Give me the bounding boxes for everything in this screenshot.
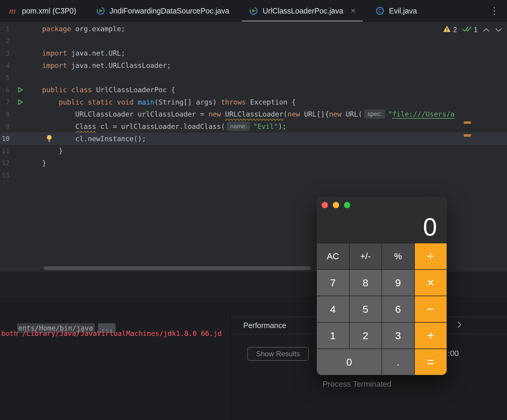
tab-label: pom.xml (C3P0): [22, 7, 76, 15]
editor-tab[interactable]: UrlClassLoaderPoc.java×: [241, 0, 364, 22]
calc-button-8[interactable]: 8: [350, 270, 382, 296]
calc-button-%[interactable]: %: [382, 243, 414, 269]
chevron-down-icon[interactable]: [495, 26, 502, 34]
calculator-window[interactable]: 0 AC+/-%÷789×456−123+0.=: [317, 197, 447, 375]
code-line[interactable]: 7 public static void main(String[] args)…: [0, 96, 507, 108]
code-line[interactable]: 8 URLClassLoader urlClassLoader = new UR…: [0, 108, 507, 120]
double-check-icon: [462, 26, 472, 34]
calc-button-4[interactable]: 4: [317, 296, 349, 322]
intention-bulb-icon[interactable]: [46, 134, 53, 144]
svg-text:m: m: [9, 6, 16, 15]
tab-label: UrlClassLoaderPoc.java: [263, 7, 343, 15]
code-line[interactable]: 10 cl.newInstance();: [0, 132, 507, 145]
code-line[interactable]: 13: [0, 169, 507, 181]
code-text: package org.example;: [42, 25, 125, 33]
calc-button-−[interactable]: −: [415, 296, 447, 322]
code-line[interactable]: 5: [0, 72, 507, 84]
calc-button-×[interactable]: ×: [415, 270, 447, 296]
error-stripe-mark[interactable]: [464, 121, 471, 124]
java-class-icon: C: [375, 6, 384, 15]
line-number: 11: [0, 147, 10, 155]
inspections-widget[interactable]: 2 1: [443, 25, 502, 34]
code-text: }: [42, 147, 63, 155]
line-number: 5: [0, 74, 10, 81]
line-number: 3: [0, 50, 10, 57]
close-tab-icon[interactable]: ×: [351, 7, 356, 15]
line-number: 6: [0, 86, 10, 94]
warnings-count: 2: [453, 26, 457, 34]
line-number: 2: [0, 37, 10, 45]
calc-button-+[interactable]: +: [415, 323, 447, 348]
code-line[interactable]: 12}: [0, 157, 507, 169]
warnings-indicator[interactable]: 2: [443, 25, 457, 34]
inlay-hint: spec:: [364, 109, 385, 119]
code-line[interactable]: 9 Class cl = urlClassLoader.loadClass(na…: [0, 120, 507, 133]
code-line[interactable]: 4import java.net.URLClassLoader;: [0, 59, 507, 72]
line-number: 8: [0, 111, 10, 118]
console-error-line: both /Library/Java/JavaVirtualMachines/j…: [1, 330, 229, 337]
calculator-display: 0: [323, 213, 437, 241]
minimize-window-button[interactable]: [333, 202, 339, 208]
passed-count: 1: [474, 26, 478, 34]
code-text: import java.net.URL;: [42, 49, 125, 57]
calc-button-6[interactable]: 6: [382, 296, 414, 322]
editor-tab[interactable]: mpom.xml (C3P0): [0, 0, 85, 22]
run-gutter-icon[interactable]: [16, 98, 24, 106]
tab-label: Evil.java: [389, 7, 417, 15]
java-run-class-icon: [96, 6, 105, 15]
calc-button-0[interactable]: 0: [317, 349, 381, 375]
line-number: 10: [0, 135, 10, 142]
passed-indicator[interactable]: 1: [462, 26, 478, 34]
calc-button-÷[interactable]: ÷: [415, 243, 447, 269]
editor-tab[interactable]: JndiForwardingDataSourcePoc.java: [88, 0, 238, 22]
code-line[interactable]: 1package org.example;: [0, 23, 507, 35]
line-number: 12: [0, 159, 10, 167]
calc-button-5[interactable]: 5: [350, 296, 382, 322]
calc-button-=[interactable]: =: [415, 349, 447, 375]
code-line[interactable]: 6public class UrlClassLoaderPoc {: [0, 84, 507, 96]
inlay-hint: name:: [227, 122, 250, 131]
chevron-right-icon[interactable]: [457, 321, 462, 330]
editor-tab-bar: mpom.xml (C3P0)JndiForwardingDataSourceP…: [0, 0, 507, 22]
calc-button-.[interactable]: .: [382, 349, 414, 375]
svg-text:C: C: [378, 8, 382, 14]
code-line[interactable]: 3import java.net.URL;: [0, 47, 507, 59]
performance-section-title[interactable]: Performance: [243, 321, 286, 330]
close-window-button[interactable]: [322, 202, 328, 208]
calc-button-2[interactable]: 2: [350, 323, 382, 348]
code-text: URLClassLoader urlClassLoader = new URLC…: [42, 110, 455, 119]
show-results-button[interactable]: Show Results: [247, 347, 309, 361]
tab-options-kebab-icon[interactable]: ⋮: [482, 5, 507, 17]
error-stripe-mark[interactable]: [464, 134, 471, 137]
line-number: 7: [0, 98, 10, 106]
code-text: Class cl = urlClassLoader.loadClass(name…: [42, 122, 287, 131]
horizontal-scrollbar-thumb[interactable]: [44, 266, 311, 270]
zoom-window-button[interactable]: [344, 202, 350, 208]
calc-button-7[interactable]: 7: [317, 270, 349, 296]
code-text: cl.newInstance();: [42, 135, 146, 143]
calc-button-3[interactable]: 3: [382, 323, 414, 348]
editor-tab[interactable]: CEvil.java: [367, 0, 425, 22]
calculator-keypad: AC+/-%÷789×456−123+0.=: [317, 243, 447, 375]
warning-icon: [443, 25, 451, 34]
java-run-class-icon: [249, 6, 258, 15]
gutter-slot: [10, 86, 42, 94]
run-gutter-icon[interactable]: [16, 86, 24, 94]
calc-button-AC[interactable]: AC: [317, 243, 349, 269]
code-text: }: [42, 159, 46, 167]
calc-button-9[interactable]: 9: [382, 270, 414, 296]
line-number: 9: [0, 123, 10, 130]
chevron-up-icon[interactable]: [483, 26, 490, 34]
code-text: public class UrlClassLoaderPoc {: [42, 86, 175, 94]
elapsed-timer: :00: [448, 349, 459, 358]
panel-vertical-divider[interactable]: [230, 313, 231, 420]
code-line[interactable]: 11 }: [0, 145, 507, 157]
code-line[interactable]: 2: [0, 35, 507, 47]
tab-bar-tabs: mpom.xml (C3P0)JndiForwardingDataSourceP…: [0, 0, 428, 22]
line-number: 4: [0, 62, 10, 69]
calc-button-+/-[interactable]: +/-: [350, 243, 382, 269]
code-lines: 1package org.example;23import java.net.U…: [0, 23, 507, 181]
code-text: public static void main(String[] args) t…: [42, 98, 296, 106]
process-status-text: Process Terminated: [323, 379, 391, 389]
calc-button-1[interactable]: 1: [317, 323, 349, 348]
